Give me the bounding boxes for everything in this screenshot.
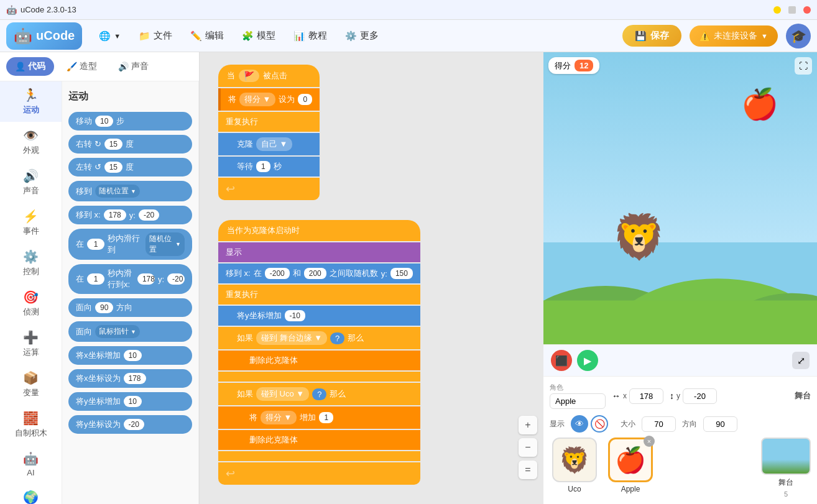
block-wait[interactable]: 等待 1 秒 [218,157,320,176]
cat-motion[interactable]: 🏃 运动 [0,81,62,122]
cat-looks[interactable]: 👁️ 外观 [0,122,62,162]
sound-cat-icon: 🔊 [23,168,39,183]
cat-sensing[interactable]: 🎯 侦测 [0,283,62,324]
block-change-score[interactable]: 将 得分 ▼ 增加 1 [218,406,420,429]
code-area[interactable]: 当 🚩 被点击 将 得分 ▼ 设为 0 重复执行 [200,52,543,504]
sprite-name-input[interactable] [550,393,606,409]
warning-icon: ⚠️ [699,31,710,41]
cat-myblocks[interactable]: 🧱 自制积木 [0,405,62,445]
svg-rect-3 [543,301,817,345]
block-goto-random[interactable]: 移到 随机位置 [68,181,192,201]
cat-ai-label: AI [27,468,34,477]
cat-control[interactable]: ⚙️ 控制 [0,243,62,283]
stage-label-area: 舞台 [795,390,811,401]
close-button[interactable]: × [803,6,811,14]
block-goto-x-range[interactable]: 移到 x: 在 -200 和 200 之间取随机数 y: 150 [218,263,420,283]
play-button[interactable]: ▶ [577,350,598,371]
block-glide-xy[interactable]: 在 1 秒内滑行到x: 178 y: -20 [68,264,192,294]
sprite-item-apple[interactable]: × 🍎 Apple [606,438,655,493]
block-face-mouse[interactable]: 面向 鼠标指针 [68,321,192,342]
x-input[interactable] [629,388,663,404]
block-set-x[interactable]: 将x坐标设为 178 [68,369,192,388]
cat-operator[interactable]: ➕ 运算 [0,324,62,364]
block-set-y[interactable]: 将y坐标设为 -20 [68,415,192,434]
logo[interactable]: 🤖 uCode [6,22,82,50]
block-right-turn[interactable]: 右转 ↻ 15 度 [68,135,192,153]
left-section: 👤 代码 🖌️ 造型 🔊 声音 🏃 运动 👁️ 外观 [0,52,200,504]
hat-block-flag[interactable]: 当 🚩 被点击 [218,65,320,87]
block-set-score[interactable]: 将 得分 ▼ 设为 0 [218,88,320,111]
size-input[interactable] [642,416,676,432]
cat-explore[interactable]: 🌍 Explore [0,483,62,504]
zoom-out-button[interactable]: − [519,438,537,457]
fit-button[interactable]: = [519,460,537,479]
menu-model[interactable]: 🧩 模型 [234,26,283,45]
maximize-button[interactable]: □ [788,6,796,14]
cat-variable[interactable]: 📦 变量 [0,364,62,405]
save-button[interactable]: 💾 保存 [622,25,681,47]
block-left-turn[interactable]: 左转 ↺ 15 度 [68,158,192,176]
sprite-apple-delete[interactable]: × [644,436,655,447]
logo-text: uCode [36,29,75,43]
y-label: y [676,392,680,400]
tab-sound[interactable]: 🔊 声音 [109,57,157,76]
menu-edit[interactable]: ✏️ 编辑 [183,26,231,45]
menu-tutorial[interactable]: 📊 教程 [286,26,335,45]
sprite-item-uco[interactable]: 🦁 Uco [550,438,599,493]
show-visible-button[interactable]: 👁 [571,415,588,433]
block-change-x[interactable]: 将x坐标增加 10 [68,346,192,365]
expand-button[interactable]: ⤢ [792,352,810,369]
edit-icon: ✏️ [190,30,202,42]
block-face-direction[interactable]: 面向 90 方向 [68,298,192,317]
show-buttons: 👁 🚫 [571,415,608,433]
block-glide-random[interactable]: 在 1 秒内滑行到 随机位置 [68,229,192,260]
logo-icon: 🤖 [14,27,32,45]
tab-code[interactable]: 👤 代码 [6,57,54,76]
titlebar: 🤖 uCode 2.3.0-13 − □ × [0,0,817,20]
more-label: 更多 [360,30,379,42]
block-repeat-2[interactable]: 重复执行 [218,285,420,305]
y-input[interactable] [683,388,717,404]
tab-costume[interactable]: 🖌️ 造型 [58,57,106,76]
block-repeat[interactable]: 重复执行 [218,112,320,132]
block-if-end [218,372,420,382]
stage-thumb[interactable]: 舞台 5 [761,438,811,498]
stage-label-text: 舞台 [795,390,811,401]
fullscreen-button[interactable]: ⛶ [795,57,812,75]
cat-ai[interactable]: 🤖 AI [0,445,62,483]
block-if-edge[interactable]: 如果 碰到 舞台边缘 ▼ ? 那么 [218,327,420,349]
block-show[interactable]: 显示 [218,242,420,262]
block-move[interactable]: 移动 10 步 [68,112,192,131]
cat-event[interactable]: ⚡ 事件 [0,203,62,243]
block-delete-clone-1[interactable]: 删除此克隆体 [218,351,420,370]
avatar-button[interactable]: 🎓 [786,24,811,48]
stage-num: 5 [784,490,788,498]
block-if-uco[interactable]: 如果 碰到 Uco ▼ ? 那么 [218,383,420,405]
stop-button[interactable]: ⬛ [551,350,572,371]
blocks-title: 运动 [68,88,192,106]
apple-emoji: 🍎 [615,446,646,475]
block-when-clone[interactable]: 当作为克隆体启动时 [218,220,420,241]
direction-input[interactable] [703,416,737,432]
code-canvas: 当 🚩 被点击 将 得分 ▼ 设为 0 重复执行 [200,52,543,504]
x-label: x [623,392,627,400]
device-button[interactable]: ⚠️ 未连接设备 ▼ [690,25,778,47]
score-label: 得分 [555,60,571,71]
minimize-button[interactable]: − [773,6,781,14]
blocks-panel: 运动 移动 10 步 右转 ↻ 15 度 左转 ↺ 15 度 移到 [62,81,199,504]
block-clone[interactable]: 克隆 自己 ▼ [218,133,320,155]
menu-globe[interactable]: 🌐 ▼ [91,27,128,45]
plus-icon: + [525,419,530,431]
zoom-in-button[interactable]: + [519,416,537,434]
menu-file[interactable]: 📁 文件 [131,26,180,45]
block-delete-clone-2[interactable]: 删除此克隆体 [218,430,420,450]
menu-more[interactable]: ⚙️ 更多 [338,26,386,45]
show-hidden-button[interactable]: 🚫 [591,415,608,433]
cat-sound[interactable]: 🔊 声音 [0,162,62,203]
sprite-apple-name: Apple [621,485,640,493]
block-change-y-neg[interactable]: 将y坐标增加 -10 [218,306,420,326]
sensing-icon: 🎯 [23,290,39,305]
code-tab-label: 代码 [28,61,45,72]
block-goto-xy[interactable]: 移到 x: 178 y: -20 [68,206,192,224]
block-change-y[interactable]: 将y坐标增加 10 [68,392,192,411]
